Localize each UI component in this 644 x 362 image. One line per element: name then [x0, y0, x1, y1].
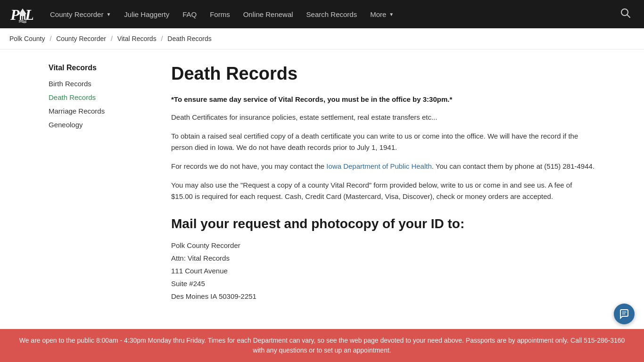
chat-icon	[619, 309, 629, 312]
dropdown-arrow-county-recorder: ▼	[106, 12, 111, 17]
sidebar-link-death-records[interactable]: Death Records	[49, 92, 152, 102]
breadcrumb-county-recorder[interactable]: County Recorder	[56, 35, 106, 42]
sidebar-link-geneology[interactable]: Geneology	[49, 120, 152, 130]
logo[interactable]: P LK	[9, 4, 33, 25]
idph-link[interactable]: Iowa Department of Public Health	[326, 162, 431, 170]
nav-more[interactable]: More ▼	[364, 7, 399, 22]
nav-forms[interactable]: Forms	[204, 7, 236, 22]
sidebar-item-geneology[interactable]: Geneology	[49, 120, 152, 130]
page-title: Death Records	[171, 64, 595, 84]
main-nav: County Recorder ▼ Julie Haggerty FAQ For…	[44, 7, 617, 22]
body-paragraph-4: You may also use the "Request a copy of …	[171, 180, 595, 202]
alert-notice-text: *To ensure same day service of Vital Rec…	[171, 95, 452, 103]
address-line-5: Des Moines IA 50309-2251	[171, 290, 595, 303]
nav-faq[interactable]: FAQ	[177, 7, 202, 22]
search-icon	[620, 8, 631, 18]
nav-county-recorder[interactable]: County Recorder ▼	[44, 7, 116, 22]
breadcrumb-sep-2: /	[111, 35, 113, 42]
content-wrapper: Vital Records Birth Records Death Record…	[39, 49, 605, 312]
body-paragraph-1: Death Certificates for insurance policie…	[171, 112, 595, 123]
breadcrumb-sep-1: /	[50, 35, 51, 42]
mail-section-title: Mail your request and photocopy of your …	[171, 216, 595, 231]
breadcrumb-current: Death Records	[167, 35, 211, 42]
sidebar-link-birth-records[interactable]: Birth Records	[49, 79, 152, 89]
dropdown-arrow-more: ▼	[389, 12, 394, 17]
svg-rect-4	[21, 16, 22, 20]
chat-button[interactable]	[614, 304, 635, 312]
sidebar: Vital Records Birth Records Death Record…	[49, 59, 152, 303]
svg-line-8	[627, 15, 630, 17]
breadcrumb-polk-county[interactable]: Polk County	[9, 35, 45, 42]
breadcrumb: Polk County / County Recorder / Vital Re…	[0, 28, 644, 49]
sidebar-title: Vital Records	[49, 64, 152, 72]
main-content: Death Records *To ensure same day servic…	[171, 59, 595, 303]
sidebar-item-death-records[interactable]: Death Records	[49, 92, 152, 102]
nav-search-records[interactable]: Search Records	[301, 7, 363, 22]
address-line-3: 111 Court Avenue	[171, 264, 595, 277]
address-line-2: Attn: Vital Records	[171, 252, 595, 264]
breadcrumb-sep-3: /	[161, 35, 163, 42]
nav-julie-haggerty[interactable]: Julie Haggerty	[118, 7, 175, 22]
body-paragraph-3: For records we do not have, you may cont…	[171, 161, 595, 172]
site-header: P LK County Recorder ▼ Julie Haggerty FA…	[0, 0, 644, 28]
svg-text:LK: LK	[25, 6, 33, 23]
body-paragraph-2: To obtain a raised seal certified copy o…	[171, 131, 595, 153]
sidebar-item-birth-records[interactable]: Birth Records	[49, 79, 152, 89]
nav-online-renewal[interactable]: Online Renewal	[238, 7, 299, 22]
svg-text:P: P	[10, 6, 20, 23]
search-button[interactable]	[617, 4, 635, 25]
address-block: Polk County Recorder Attn: Vital Records…	[171, 239, 595, 303]
sidebar-link-marriage-records[interactable]: Marriage Records	[49, 106, 152, 116]
address-line-4: Suite #245	[171, 277, 595, 290]
alert-notice: *To ensure same day service of Vital Rec…	[171, 95, 595, 103]
svg-rect-5	[23, 16, 24, 20]
breadcrumb-vital-records[interactable]: Vital Records	[117, 35, 157, 42]
sidebar-item-marriage-records[interactable]: Marriage Records	[49, 106, 152, 116]
address-line-1: Polk County Recorder	[171, 239, 595, 252]
sidebar-nav: Birth Records Death Records Marriage Rec…	[49, 79, 152, 130]
